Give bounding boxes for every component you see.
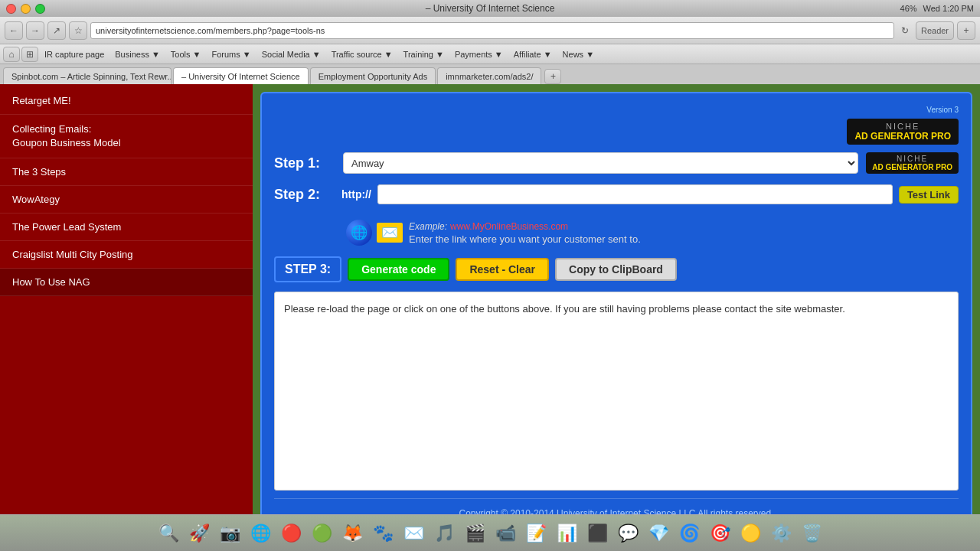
reset-button[interactable]: Reset - Clear	[456, 258, 549, 281]
test-link-button[interactable]: Test Link	[899, 186, 959, 204]
browser-content: Retarget ME! Collecting Emails: Goupon B…	[0, 84, 980, 514]
nav-home-button[interactable]: ⌂	[3, 47, 20, 62]
nav-item-affiliate[interactable]: Affiliate ▼	[509, 48, 557, 60]
logo-ad-text: AD GENERATOR PRO	[854, 131, 951, 142]
dock-icon-powerpoint[interactable]: 📊	[553, 520, 580, 547]
main-area: Version 3 NICHE AD GENERATOR PRO Step 1:…	[253, 84, 980, 514]
browser-toolbar: ← → ↗ ☆ universityofinternetscience.com/…	[0, 17, 980, 44]
window-title: – University Of Internet Science	[426, 3, 555, 14]
nag-panel: Version 3 NICHE AD GENERATOR PRO Step 1:…	[260, 92, 972, 514]
niche-logo: NICHE AD GENERATOR PRO	[847, 119, 959, 145]
dock-icon-launchpad[interactable]: 🚀	[185, 520, 213, 547]
dock-icon-ruby[interactable]: 💎	[645, 520, 672, 547]
close-button[interactable]	[6, 4, 16, 14]
copy-button[interactable]: Copy to ClipBoard	[555, 258, 677, 281]
sidebar-item-craigslist[interactable]: Craigslist Multi City Posting	[0, 241, 253, 269]
back-button[interactable]: ←	[5, 21, 23, 40]
nav-item-training[interactable]: Training ▼	[399, 48, 449, 60]
tab-employment[interactable]: Employment Opportunity Ads	[310, 67, 436, 84]
copyright-footer: Copyright © 2010-2014 University of Inte…	[274, 498, 959, 514]
sidebar-item-retarget[interactable]: Retarget ME!	[0, 87, 253, 115]
maximize-button[interactable]	[35, 4, 45, 14]
sidebar-item-pls[interactable]: The Power Lead System	[0, 214, 253, 241]
dock-icon-camino[interactable]: 🐾	[369, 520, 397, 547]
clock: Wed 1:20 PM	[923, 4, 974, 13]
reload-button[interactable]: ↻	[897, 22, 913, 39]
dock-icon-pinwheel[interactable]: 🌀	[675, 520, 703, 547]
nav-item-forums[interactable]: Forums ▼	[207, 48, 255, 60]
dock-icon-skype[interactable]: 💬	[614, 520, 642, 547]
step1-select[interactable]: Amway ACN 4Life 5Linx Advocare	[343, 152, 858, 174]
address-text: universityofinternetscience.com/members.…	[96, 26, 325, 35]
minimize-button[interactable]	[21, 4, 31, 14]
new-tab-button[interactable]: +	[957, 21, 975, 40]
dock-icon-app11[interactable]: ⚙️	[767, 520, 795, 547]
error-text: Please re-load the page or click on one …	[284, 303, 845, 315]
dock-icon-safari[interactable]: 🌐	[247, 520, 274, 547]
logo-niche-text: NICHE	[886, 122, 920, 131]
dock-icon-trash[interactable]: 🗑️	[798, 520, 825, 547]
tab-imnmarketer[interactable]: imnmarketer.com/ads2/	[437, 67, 541, 84]
output-box: Please re-load the page or click on one …	[274, 292, 959, 491]
dock-icon-photos[interactable]: 📷	[216, 520, 243, 547]
globe-icon: 🌐	[346, 220, 372, 246]
bookmark-button[interactable]: ☆	[69, 21, 87, 40]
dock-icon-finder[interactable]: 🔍	[155, 520, 182, 547]
reader-button[interactable]: Reader	[916, 21, 954, 40]
forward-button[interactable]: →	[26, 21, 44, 40]
step3-label: STEP 3:	[274, 256, 341, 282]
sidebar: Retarget ME! Collecting Emails: Goupon B…	[0, 84, 253, 514]
step2-label: Step 2:	[274, 187, 335, 203]
step2-row: Step 2: http:// Test Link 🌐 ✉️ Example: …	[274, 184, 959, 246]
example-label: Example:	[409, 221, 447, 232]
nav-item-ir[interactable]: IR capture page	[40, 48, 109, 60]
nav-item-payments[interactable]: Payments ▼	[450, 48, 508, 60]
dock-icon-app9[interactable]: 🎯	[706, 520, 733, 547]
dock-icon-facetime[interactable]: 📹	[492, 520, 519, 547]
nav-item-social[interactable]: Social Media ▼	[257, 48, 325, 60]
dock-icon-opera[interactable]: 🔴	[277, 520, 305, 547]
nav-grid-button[interactable]: ⊞	[21, 47, 38, 62]
battery-indicator: 46%	[900, 4, 917, 13]
dock-icon-firefox[interactable]: 🦊	[338, 520, 366, 547]
share-button[interactable]: ↗	[47, 21, 66, 40]
sidebar-item-emails-line1: Collecting Emails:	[12, 123, 91, 135]
nav-item-traffic[interactable]: Traffic source ▼	[327, 48, 397, 60]
http-prefix: http://	[341, 188, 371, 201]
sidebar-item-3steps[interactable]: The 3 Steps	[0, 158, 253, 186]
dock-icon-imovie[interactable]: 🎬	[461, 520, 488, 547]
version-badge: Version 3	[926, 106, 959, 114]
tab-spinbot[interactable]: Spinbot.com – Article Spinning, Text Rew…	[3, 67, 172, 84]
icons-row: 🌐 ✉️	[346, 220, 403, 246]
dock-icon-app10[interactable]: 🟡	[737, 520, 764, 547]
dock-icon-word[interactable]: 📝	[522, 520, 550, 547]
sidebar-item-nag[interactable]: How To Use NAG	[0, 269, 253, 296]
sidebar-item-wowategy[interactable]: WowAtegy	[0, 186, 253, 214]
sidebar-item-emails-line2: Goupon Business Model	[12, 137, 121, 148]
title-bar-right: 46% Wed 1:20 PM	[900, 4, 974, 13]
nav-item-tools[interactable]: Tools ▼	[166, 48, 206, 60]
address-bar[interactable]: universityofinternetscience.com/members.…	[90, 22, 894, 39]
dock-icon-mail[interactable]: ✉️	[400, 520, 427, 547]
dock-icon-chrome[interactable]: 🟢	[308, 520, 335, 547]
sidebar-item-emails[interactable]: Collecting Emails: Goupon Business Model	[0, 115, 253, 158]
step3-row: STEP 3: Generate code Reset - Clear Copy…	[274, 256, 959, 282]
example-url: www.MyOnlineBusiness.com	[450, 221, 568, 232]
niche-logo-inline: NICHE AD GENERATOR PRO	[866, 152, 959, 174]
title-bar: – University Of Internet Science 46% Wed…	[0, 0, 980, 17]
step1-label: Step 1:	[274, 155, 335, 171]
nav-item-business[interactable]: Business ▼	[110, 48, 165, 60]
tab-university[interactable]: – University Of Internet Science	[173, 67, 309, 84]
dock-icon-music[interactable]: 🎵	[430, 520, 458, 547]
enter-link-text: Enter the link where you want your custo…	[409, 233, 641, 245]
nav-item-news[interactable]: News ▼	[558, 48, 599, 60]
generate-button[interactable]: Generate code	[348, 258, 449, 281]
nav-bar: ⌂ ⊞ IR capture page Business ▼ Tools ▼ F…	[0, 44, 980, 64]
step1-row: Step 1: Amway ACN 4Life 5Linx Advocare N…	[274, 152, 959, 174]
window-controls	[6, 4, 45, 14]
url-input[interactable]	[377, 184, 893, 204]
tabs-bar: Spinbot.com – Article Spinning, Text Rew…	[0, 64, 980, 84]
email-icon: ✉️	[377, 223, 403, 243]
dock-icon-virtualbox[interactable]: ⬛	[583, 520, 611, 547]
new-tab-icon[interactable]: +	[544, 69, 561, 84]
